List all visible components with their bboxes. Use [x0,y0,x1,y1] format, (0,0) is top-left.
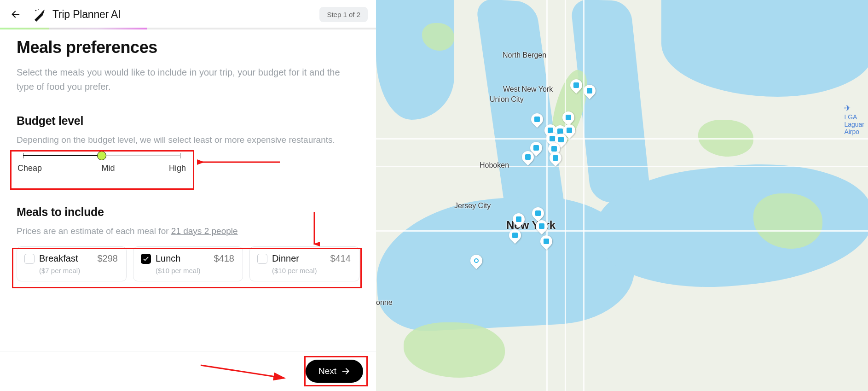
map-label: onne [376,298,393,307]
meal-per: ($7 per meal) [39,267,118,274]
slider-thumb[interactable] [97,151,106,160]
map-pin[interactable] [550,152,561,167]
meal-name: Breakfast [39,253,78,264]
meal-card-dinner[interactable]: Dinner$414($10 per meal) [249,246,359,281]
header: Trip Planner AI Step 1 of 2 [0,0,376,28]
slider-label-mid: Mid [102,163,115,173]
step-badge: Step 1 of 2 [319,7,368,22]
slider-label-low: Cheap [17,163,42,173]
svg-point-2 [38,9,39,10]
map-label: North Bergen [503,51,546,59]
slider-labels: Cheap Mid High [17,163,187,173]
map-pin[interactable] [522,151,534,166]
meals-duration-link[interactable]: 21 days 2 people [171,226,238,236]
budget-title: Budget level [17,114,359,128]
map-panel[interactable]: North BergenWest New YorkUnion CityHobok… [376,0,868,391]
map-pin-hollow[interactable] [470,255,482,269]
back-button[interactable] [8,7,23,22]
meal-total: $418 [214,253,235,264]
meals-title: Meals to include [17,205,359,219]
map-pin[interactable] [531,113,543,128]
meal-name: Dinner [272,253,299,264]
slider-fill [23,155,102,156]
meal-total: $298 [98,253,118,264]
map-label: Union City [490,95,524,104]
form-panel: Trip Planner AI Step 1 of 2 Meals prefer… [0,0,376,391]
meal-card-breakfast[interactable]: Breakfast$298($7 per meal) [17,246,127,281]
meals-subtitle: Prices are an estimate of each meal for … [17,226,359,236]
app-title: Trip Planner AI [52,8,121,21]
next-button[interactable]: Next [306,360,363,383]
meal-checkbox[interactable] [257,254,267,264]
airplane-icon: ✈ [844,104,864,113]
meal-total: $414 [330,253,351,264]
page-title: Meals preferences [17,38,359,57]
meal-grid: Breakfast$298($7 per meal)Lunch$418($10 … [17,246,359,281]
meal-card-lunch[interactable]: Lunch$418($10 per meal) [133,246,243,281]
map-pin[interactable] [536,220,548,235]
map-label: Hoboken [480,161,509,169]
slider-label-high: High [169,163,186,173]
meal-checkbox[interactable] [141,254,151,264]
meal-per: ($10 per meal) [272,267,351,274]
svg-point-1 [35,10,37,12]
map-pin[interactable] [570,79,582,94]
map-label: Jersey City [454,202,491,210]
map-pin[interactable] [540,235,552,250]
page-subtitle: Select the meals you would like to inclu… [17,65,357,94]
airport-badge: ✈ LGA Laguar Airpo [844,104,864,135]
footer: Next [0,351,376,391]
map-label: West New York [503,85,553,93]
meal-checkbox[interactable] [24,254,35,264]
content: Meals preferences Select the meals you w… [0,29,376,351]
map-canvas[interactable]: North BergenWest New YorkUnion CityHobok… [376,0,868,391]
meal-name: Lunch [156,253,181,264]
svg-line-6 [201,365,284,378]
meal-per: ($10 per meal) [156,267,234,274]
map-pin[interactable] [584,85,596,99]
annotation-arrow-slider [197,156,284,169]
map-pin[interactable] [513,213,525,228]
budget-slider[interactable] [17,155,187,156]
map-pin[interactable] [509,229,521,244]
budget-subtitle: Depending on the budget level, we will s… [17,135,359,145]
annotation-arrow-next [198,362,290,383]
arrow-right-icon [341,367,350,376]
app-logo-icon [31,6,47,22]
